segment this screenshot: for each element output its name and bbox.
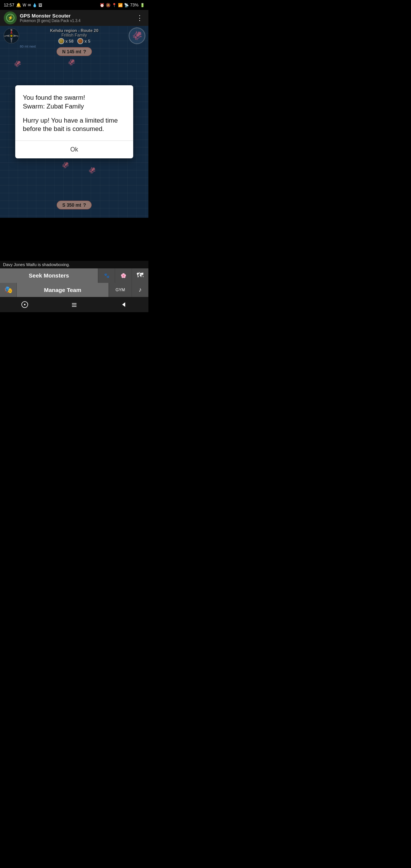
nav-top-row: Seek Monsters 🐾 🌸 🗺 (0, 268, 148, 283)
nav-map-button[interactable]: 🗺 (132, 268, 148, 283)
app-header: ⚡ GPS Monster Scouter Pokemon [8 gens] D… (0, 10, 148, 26)
app-title: GPS Monster Scouter (20, 13, 135, 19)
sys-back-button[interactable] (117, 298, 130, 311)
nav-gym-button[interactable]: GYM (109, 283, 132, 297)
nav-icon-top-2[interactable]: 🌸 (115, 268, 132, 283)
bottom-nav: Seek Monsters 🐾 🌸 🗺 🎭 Manage Team GYM ♪ (0, 268, 148, 297)
nav-bottom-row: 🎭 Manage Team GYM ♪ (0, 283, 148, 297)
nav-profile-button[interactable]: 🎭 (0, 283, 17, 297)
app-icon-1: W (23, 3, 26, 7)
status-text: Davy Jones Waifu is shadowboxing. (3, 262, 70, 267)
location-icon: 📍 (112, 3, 116, 7)
wifi-icon: 📶 (118, 3, 123, 7)
time: 12:57 (4, 3, 14, 7)
status-bar: 12:57 🔔 W ✉ 💧 🖼 ⏰ 🔕 📍 📶 📡 73% 🔋 (0, 0, 148, 10)
drop-icon: 💧 (32, 3, 37, 7)
alarm-icon: 🔔 (16, 3, 21, 8)
alarm2-icon: ⏰ (100, 3, 104, 7)
sys-home-button[interactable] (18, 298, 31, 311)
nav-icon-top-1[interactable]: 🐾 (98, 268, 115, 283)
modal-ok-button[interactable]: Ok (15, 141, 133, 158)
bottom-status: Davy Jones Waifu is shadowboxing. (0, 261, 148, 268)
image-icon: 🖼 (38, 3, 42, 7)
sys-recents-button[interactable] (68, 298, 81, 311)
status-right: ⏰ 🔕 📍 📶 📡 73% 🔋 (100, 3, 145, 7)
modal-overlay: You found the swarm!Swarm: Zubat Family … (0, 26, 148, 218)
battery-pct: 73% (130, 3, 139, 7)
battery-icon: 🔋 (140, 3, 145, 7)
svg-point-11 (24, 304, 25, 305)
mute-icon: 🔕 (106, 3, 110, 7)
mail-icon: ✉ (28, 3, 31, 7)
app-subtitle: Pokemon [8 gens] Data Pack v1.3.4 (20, 19, 135, 23)
app-menu-button[interactable]: ⋮ (135, 12, 145, 24)
nav-music-button[interactable]: ♪ (132, 283, 148, 297)
modal-btn-row: Ok (15, 141, 133, 158)
app-title-block: GPS Monster Scouter Pokemon [8 gens] Dat… (20, 13, 135, 23)
manage-team-button[interactable]: Manage Team (17, 283, 109, 297)
modal-swarm-title: You found the swarm!Swarm: Zubat Family (23, 94, 126, 111)
app-icon-inner: ⚡ (6, 14, 14, 22)
signal-icon: 📡 (124, 3, 129, 7)
modal-swarm-body: Hurry up! You have a limited time before… (23, 116, 126, 134)
modal-body: You found the swarm!Swarm: Zubat Family … (15, 85, 133, 141)
system-nav (0, 297, 148, 312)
app-icon: ⚡ (4, 11, 17, 24)
status-left: 12:57 🔔 W ✉ 💧 🖼 (4, 3, 42, 8)
game-area: N S W E Kehdu region - Route 20 Frillish… (0, 26, 148, 218)
svg-marker-15 (122, 302, 125, 307)
modal-box: You found the swarm!Swarm: Zubat Family … (15, 85, 133, 159)
seek-monsters-button[interactable]: Seek Monsters (0, 268, 98, 283)
